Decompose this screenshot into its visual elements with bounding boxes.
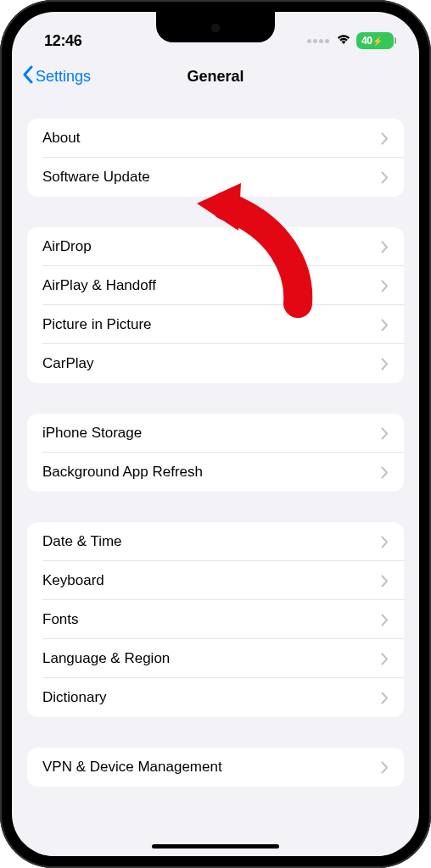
row-background-app-refresh[interactable]: Background App Refresh xyxy=(27,453,404,492)
row-software-update[interactable]: Software Update xyxy=(27,158,404,197)
row-label: CarPlay xyxy=(42,355,93,372)
row-label: Background App Refresh xyxy=(42,464,203,481)
row-dictionary[interactable]: Dictionary xyxy=(27,678,404,717)
row-label: VPN & Device Management xyxy=(42,759,222,776)
row-label: AirPlay & Handoff xyxy=(42,277,156,294)
back-button[interactable]: Settings xyxy=(22,65,91,88)
notch xyxy=(156,12,275,42)
row-label: Dictionary xyxy=(42,689,107,706)
settings-section: VPN & Device Management xyxy=(27,748,404,787)
row-label: Date & Time xyxy=(42,533,122,550)
chevron-right-icon xyxy=(381,171,389,184)
row-label: Software Update xyxy=(42,169,150,186)
row-airdrop[interactable]: AirDrop xyxy=(27,227,404,266)
row-airplay-handoff[interactable]: AirPlay & Handoff xyxy=(27,266,404,305)
status-right: 40 ⚡ xyxy=(307,32,394,49)
chevron-right-icon xyxy=(381,241,389,253)
chevron-right-icon xyxy=(381,536,389,548)
home-indicator[interactable] xyxy=(152,844,279,849)
wifi-icon xyxy=(336,33,351,48)
chevron-right-icon xyxy=(381,319,389,331)
row-date-time[interactable]: Date & Time xyxy=(27,522,404,561)
settings-content: AboutSoftware UpdateAirDropAirPlay & Han… xyxy=(12,119,419,787)
phone-frame: 12:46 40 ⚡ Settings General Abou xyxy=(0,0,431,868)
row-label: Picture in Picture xyxy=(42,316,152,333)
battery-icon: 40 ⚡ xyxy=(356,32,394,49)
row-label: Language & Region xyxy=(42,650,170,667)
chevron-right-icon xyxy=(381,466,389,479)
row-language-region[interactable]: Language & Region xyxy=(27,639,404,678)
nav-bar: Settings General xyxy=(12,58,419,100)
row-iphone-storage[interactable]: iPhone Storage xyxy=(27,414,404,453)
chevron-right-icon xyxy=(381,692,389,704)
settings-section: AboutSoftware Update xyxy=(27,119,404,197)
chevron-right-icon xyxy=(381,614,389,626)
row-vpn-device-management[interactable]: VPN & Device Management xyxy=(27,748,404,787)
settings-section: Date & TimeKeyboardFontsLanguage & Regio… xyxy=(27,522,404,717)
row-label: About xyxy=(42,130,80,147)
battery-level: 40 xyxy=(361,35,372,47)
row-label: AirDrop xyxy=(42,238,92,255)
row-picture-in-picture[interactable]: Picture in Picture xyxy=(27,305,404,344)
page-title: General xyxy=(187,68,243,86)
row-about[interactable]: About xyxy=(27,119,404,158)
back-label: Settings xyxy=(36,68,91,86)
chevron-right-icon xyxy=(381,427,389,440)
settings-section: AirDropAirPlay & HandoffPicture in Pictu… xyxy=(27,227,404,383)
chevron-right-icon xyxy=(381,132,389,145)
row-label: Fonts xyxy=(42,611,79,628)
status-time: 12:46 xyxy=(44,32,82,50)
chevron-right-icon xyxy=(381,575,389,587)
screen: 12:46 40 ⚡ Settings General Abou xyxy=(12,12,419,856)
row-label: Keyboard xyxy=(42,572,104,589)
row-carplay[interactable]: CarPlay xyxy=(27,344,404,383)
charging-bolt-icon: ⚡ xyxy=(372,36,383,46)
row-fonts[interactable]: Fonts xyxy=(27,600,404,639)
settings-section: iPhone StorageBackground App Refresh xyxy=(27,414,404,492)
row-label: iPhone Storage xyxy=(42,425,142,442)
chevron-left-icon xyxy=(22,65,34,88)
chevron-right-icon xyxy=(381,761,389,774)
chevron-right-icon xyxy=(381,653,389,665)
chevron-right-icon xyxy=(381,358,389,370)
row-keyboard[interactable]: Keyboard xyxy=(27,561,404,600)
chevron-right-icon xyxy=(381,280,389,292)
cellular-dots-icon xyxy=(307,39,329,43)
